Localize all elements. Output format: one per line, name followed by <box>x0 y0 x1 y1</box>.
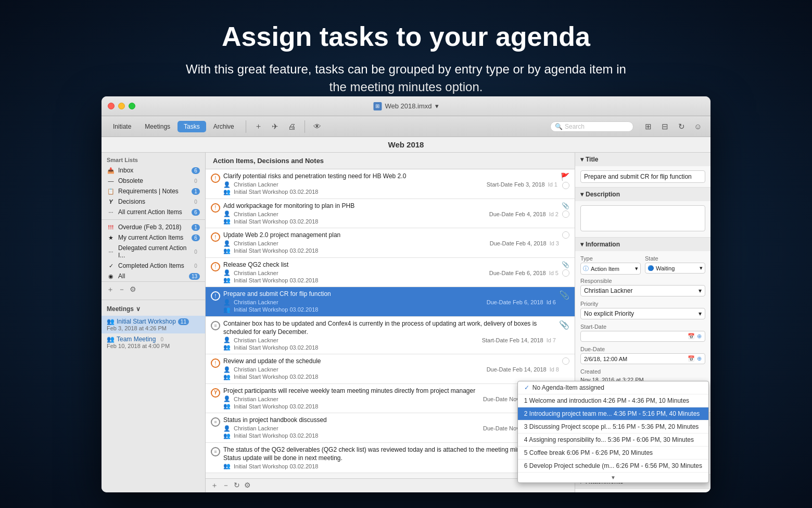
assignee-icon: 👤 <box>223 395 231 402</box>
completion-circle[interactable] <box>562 357 569 365</box>
dropdown-item-3[interactable]: 3 Discussing Project scope pl... 5:16 PM… <box>518 420 708 433</box>
footer-refresh[interactable]: ↻ <box>234 481 240 490</box>
print-button[interactable]: 🖨 <box>285 120 299 133</box>
date-plus-icon[interactable]: ⊕ <box>697 333 702 340</box>
task-row-selected[interactable]: ! Prepare and submit CR for flip functio… <box>206 287 575 317</box>
task-row[interactable]: ! Update Web 2.0 project management plan… <box>206 228 575 258</box>
view-btn-1[interactable]: ⊞ <box>641 120 655 133</box>
meeting-icon: 👥 <box>223 218 231 225</box>
information-section-header[interactable]: ▾ Information <box>575 238 710 251</box>
zoom-button[interactable] <box>129 103 135 109</box>
minimize-button[interactable] <box>118 103 125 109</box>
description-section-header[interactable]: ▾ Description <box>575 188 710 201</box>
sidebar-item-decisions[interactable]: Y Decisions 0 <box>102 196 205 207</box>
responsible-select[interactable]: Christian Lackner ▾ <box>580 285 705 296</box>
all-icon: ◉ <box>107 273 115 280</box>
action-icon: ! <box>211 203 220 213</box>
dropdown-scroll-down[interactable]: ▼ <box>518 473 708 482</box>
assignee: Christian Lackner <box>234 211 278 217</box>
task-row[interactable]: ! Add workpackage for monitoring to plan… <box>206 199 575 229</box>
smart-lists-header: Smart Lists <box>102 153 205 165</box>
task-meta: 👤 Christian Lackner Due-Date Nov 14, 201… <box>223 395 556 402</box>
emoji-button[interactable]: ☺ <box>691 120 705 133</box>
sidebar-item-team-meeting[interactable]: 👥 Team Meeting 0 Feb 10, 2018 at 4:00 PM <box>102 333 205 351</box>
search-box[interactable]: 🔍 Search <box>550 121 633 132</box>
task-meta: 👤 Christian Lackner Due-Date Feb 6, 2018… <box>223 299 556 306</box>
sidebar-item-initial-start[interactable]: 👥 Initial Start Workshop 11 Feb 3, 2018 … <box>102 316 205 333</box>
task-meeting: 👥 Initial Start Workshop 03.02.2018 <box>223 277 559 283</box>
task-content: Project participants will receive weekly… <box>223 387 556 410</box>
task-meeting: 👥 Initial Start Workshop 03.02.2018 <box>223 189 557 195</box>
sidebar-item-inbox[interactable]: 📥 Inbox 6 <box>102 165 205 176</box>
hero-section: Assign tasks to your agenda With this gr… <box>0 0 812 111</box>
type-value: Action Item <box>591 266 619 272</box>
task-row[interactable]: ! Review and update of the schedule 👤 Ch… <box>206 354 575 384</box>
task-row[interactable]: ! Release QG2 check list 👤 Christian Lac… <box>206 258 575 288</box>
task-id: Id 8 <box>550 366 559 373</box>
task-row[interactable]: ≡ Container box has to be updated and Co… <box>206 317 575 354</box>
sidebar-item-requirements[interactable]: 📋 Requirements | Notes 1 <box>102 186 205 196</box>
responsible-label: Responsible <box>580 278 705 284</box>
agenda-dropdown[interactable]: ✓ No Agenda-Item assigned 1 Welcome and … <box>517 381 709 483</box>
task-content: Add workpackage for monitoring to plan i… <box>223 202 559 225</box>
eye-button[interactable]: 👁 <box>310 120 325 133</box>
send-button[interactable]: ✈ <box>268 120 283 133</box>
sidebar-item-my-actions[interactable]: ★ My current Action Items 6 <box>102 232 205 243</box>
sidebar-item-obsolete[interactable]: — Obsolete 0 <box>102 176 205 186</box>
sidebar-add-button[interactable]: ＋ <box>107 285 114 294</box>
sidebar-item-delegated[interactable]: ··· Delegated current Action I... 0 <box>102 243 205 261</box>
requirements-label: Requirements | Notes <box>118 188 188 195</box>
view-btn-2[interactable]: ⊟ <box>657 120 672 133</box>
assignee-icon: 👤 <box>223 240 231 247</box>
no-agenda-item[interactable]: ✓ No Agenda-Item assigned <box>518 381 708 394</box>
date-plus-icon-2[interactable]: ⊕ <box>697 355 702 362</box>
title-input[interactable] <box>580 170 705 183</box>
assignee: Christian Lackner <box>234 270 278 276</box>
tab-meetings[interactable]: Meetings <box>138 121 176 132</box>
tab-archive[interactable]: Archive <box>207 121 240 132</box>
task-right: 📎 <box>559 290 569 300</box>
refresh-button[interactable]: ↻ <box>674 120 689 133</box>
footer-settings[interactable]: ⚙ <box>244 481 251 490</box>
start-date-input[interactable]: 📅 ⊕ <box>580 331 705 342</box>
completion-circle[interactable] <box>562 182 569 189</box>
due-date-input[interactable]: 2/6/18, 12:00 AM 📅 ⊕ <box>580 353 705 364</box>
priority-value: No explicit Priority <box>584 310 634 317</box>
dropdown-item-2[interactable]: 2 Introducing project team me... 4:36 PM… <box>518 407 708 420</box>
add-button[interactable]: ＋ <box>251 120 266 133</box>
meetings-header[interactable]: Meetings ∨ <box>102 302 205 316</box>
dropdown-item-6[interactable]: 6 Develop Project schedule (m... 6:26 PM… <box>518 460 708 473</box>
task-title: Review and update of the schedule <box>223 357 559 366</box>
task-row[interactable]: ! Clarify potential risks and penetratio… <box>206 169 575 199</box>
type-state-row: Type ⓘ Action Item ▾ State <box>580 255 705 275</box>
close-button[interactable] <box>108 103 115 109</box>
sidebar-remove-button[interactable]: － <box>118 285 125 294</box>
dropdown-item-1[interactable]: 1 Welcome and introduction 4:26 PM - 4:3… <box>518 394 708 407</box>
calendar-icon[interactable]: 📅 <box>688 333 695 340</box>
type-select[interactable]: ⓘ Action Item ▾ <box>580 263 641 275</box>
priority-select[interactable]: No explicit Priority ▾ <box>580 308 705 319</box>
description-textarea[interactable] <box>580 205 705 231</box>
state-select[interactable]: 🔵 Waiting ▾ <box>645 263 705 274</box>
task-content: Release QG2 check list 👤 Christian Lackn… <box>223 261 559 284</box>
footer-add[interactable]: ＋ <box>211 481 218 490</box>
completion-circle[interactable] <box>562 210 569 218</box>
footer-remove[interactable]: － <box>222 481 230 490</box>
tab-tasks[interactable]: Tasks <box>177 121 206 132</box>
sidebar-item-all[interactable]: ◉ All 13 <box>102 271 205 281</box>
state-select-inner: 🔵 Waiting <box>648 265 675 271</box>
toolbar: Initiate Meetings Tasks Archive ＋ ✈ 🖨 👁 … <box>102 116 710 137</box>
completion-circle[interactable] <box>562 231 569 239</box>
title-section-header[interactable]: ▾ Title <box>575 153 710 166</box>
sidebar-settings-button[interactable]: ⚙ <box>130 285 136 294</box>
sidebar-item-overdue[interactable]: !!! Overdue (Feb 3, 2018) 1 <box>102 222 205 232</box>
due-date-value: 2/6/18, 12:00 AM <box>584 356 627 362</box>
completion-circle[interactable] <box>562 269 569 277</box>
calendar-icon-2[interactable]: 📅 <box>688 355 695 362</box>
dropdown-item-4[interactable]: 4 Assigning responsibility fo... 5:36 PM… <box>518 433 708 447</box>
sidebar-item-completed[interactable]: ✓ Completed Action Items 0 <box>102 261 205 271</box>
tab-initiate[interactable]: Initiate <box>107 121 137 132</box>
sidebar-item-all-actions[interactable]: ··· All current Action Items 6 <box>102 207 205 217</box>
start-date-label: Start-Date <box>580 324 705 330</box>
dropdown-item-5[interactable]: 5 Coffee break 6:06 PM - 6:26 PM, 20 Min… <box>518 447 708 460</box>
